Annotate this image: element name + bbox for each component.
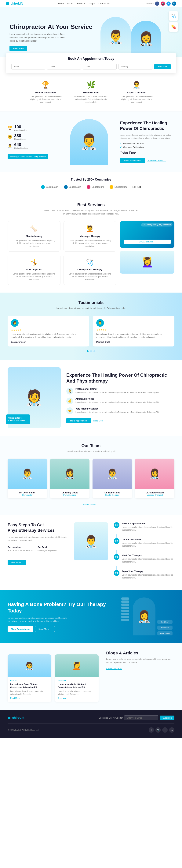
service-sports-title: Sport Injuries [11,268,57,271]
booking-date-input[interactable] [118,64,152,69]
step-1: 01 Make An Appointment Lorem ipsum dolor… [114,522,174,531]
trusted-title: Trusted By 250+ Companies [8,178,174,181]
footer-copyright: © 2024 chiroLift. All Rights Reserved. [8,729,39,731]
logo-circle-icon-2 [64,185,68,189]
trainer-desc: Lorem ipsum dolor sit amet consectetur a… [75,391,159,394]
service-physiotherapy: 🦴 Physiotherapy Lorem ipsum dolor sit am… [8,221,61,252]
blog-cat-2: Therapy [58,680,96,682]
step-text-2: Get A Consultation Lorem ipsum dolor sit… [122,538,174,547]
newsletter-input[interactable] [124,715,158,720]
steps-cta-button[interactable]: Get Started [8,560,26,565]
team-header: Our Team Lorem ipsum dolor sit amet cons… [8,443,174,453]
footer-facebook-icon[interactable]: f [149,727,154,733]
footer-linkedin-icon[interactable]: in [169,727,174,733]
booking-section: Book An Appointment Today Book Now [0,53,182,73]
cta-appointment-button[interactable]: Make Appointment [8,626,33,632]
nav-services[interactable]: Services [77,2,85,5]
linkedin-icon[interactable]: in [172,2,176,6]
blog-section-title: Blogs & Articles [106,651,174,656]
stat-clients: 😊 880 Happy Clients [8,133,62,140]
make-appointment-button[interactable]: Make Appointment [120,158,145,163]
svg-text:+: + [8,717,9,719]
booking-time-input[interactable] [83,64,117,69]
doctor1-figure: 👨‍⚕️ [101,17,131,57]
footer: + chiroLift Subscribe Our Newsletter Sub… [0,710,182,738]
services-grid: 🦴 Physiotherapy Lorem ipsum dolor sit am… [8,221,116,285]
step-title-2: Get A Consultation [122,538,174,541]
nav-about[interactable]: About [67,2,73,5]
cta-content: Having A Bone Problem? Try Our Therapy T… [8,601,112,632]
cta-title: Having A Bone Problem? Try Our Therapy T… [8,601,112,614]
nav-contact[interactable]: Contact Us [99,2,110,5]
testimonial-avatar-1: 👩 [11,319,19,327]
about-doctor-image: 👨‍⚕️ [70,119,108,164]
blog-view-all[interactable]: View All Blogs → [106,667,174,670]
feature-health: 🏆 Health Guarantee Lorem ipsum dolor sit… [27,81,65,104]
footer-twitter-icon[interactable]: t [162,727,168,733]
blog-thumb-2: 💆 [55,654,99,677]
about-image-panel: 👨‍⚕️ [62,119,116,164]
read-more-button[interactable]: Read More About → [147,158,166,163]
badge1: 🩺 [169,11,178,21]
step-desc-2: Lorem ipsum dolor sit amet consectetur a… [122,541,174,547]
testimonials-title: Testimonials [8,300,174,305]
blog-cards-panel: 🧑‍⚕️ Health Lorem Ipsum Dolor Sit Amet, … [8,651,99,702]
service-title: Very Friendly Service [75,407,159,410]
team-photo-1: 👨‍⚕️ [8,459,47,489]
service-massage-desc: Lorem ipsum dolor sit amet consectetur a… [68,239,112,248]
step-title-4: Enjoy Your Therapy [122,570,174,573]
step-title-3: Meet Our Therapist [122,554,174,557]
team-info-3: Dr. Robert Lee Sports Therapist [93,489,132,498]
feature-health-title: Health Guarantee [27,91,65,94]
footer-instagram-icon[interactable]: 📷 [155,727,161,733]
services-cards-grid: 🦴 Physiotherapy Lorem ipsum dolor sit am… [8,221,116,285]
twitter-icon[interactable]: t [167,2,171,6]
about-services-button[interactable]: We Fought To Provide 640 Caring Services [8,154,48,159]
email-label: Our Email [38,546,57,548]
nav-pages[interactable]: Pages [89,2,95,5]
view-all-team-button[interactable]: View All Team → [80,502,102,507]
blog-body-2: Therapy Lorem Ipsum Dolor Sit Amet, Cons… [55,677,99,702]
testimonial-2: 👨 ★★★★★ Lorem ipsum dolor sit amet conse… [93,316,174,346]
healing-feature-service: 🤝 Very Friendly Service Lorem ipsum dolo… [66,407,174,414]
testimonials-description: Lorem ipsum dolor sit amet consectetur a… [44,307,138,310]
healing-feature-prices-text: Affordable Prices Lorem ipsum dolor sit … [75,398,159,404]
blog-read-more-2[interactable]: Read More [58,697,67,699]
hero-cta-button[interactable]: Read More [9,46,27,51]
nav-home[interactable]: Home [58,2,64,5]
newsletter-button[interactable]: Subscribe [160,716,174,720]
team-info-4: Dr. Sarah Wilson Massage Therapist [135,489,174,498]
service-image-panel: 💆‍♀️ [120,251,174,274]
service-massage: 💆 Massage Therapy Lorem ipsum dolor sit … [64,221,116,252]
cta-buttons: Make Appointment Read More → [8,626,112,632]
spine-seg-5 [121,610,129,612]
instagram-icon[interactable]: 📷 [161,2,165,6]
dot-1[interactable] [87,350,88,352]
sports-icon: 🤸 [11,258,57,266]
check-icon-2: ✓ [120,146,122,149]
cta-more-button[interactable]: Read More → [35,626,55,632]
booking-name-input[interactable] [11,64,45,69]
dot-3[interactable] [94,350,95,352]
spine-seg-7 [121,616,129,618]
blog-body-1: Health Lorem Ipsum Dolor Sit Amet, Conse… [8,677,51,702]
dot-2[interactable] [90,350,92,352]
chiropractic-icon: 🩺 [68,258,112,266]
email-block: Our Email contact@example.com [38,546,57,556]
newsletter-label: Subscribe Our Newsletter [99,717,123,719]
feature-clinic-desc: Lorem ipsum dolor sit amet consectetur a… [72,95,110,104]
booking-submit-button[interactable]: Book Now [154,64,171,69]
blog-read-more-1[interactable]: Read More [10,697,20,699]
healing-more-button[interactable]: Read More → [93,418,106,423]
healing-appointment-button[interactable]: Make Appointment [66,418,91,423]
facebook-icon[interactable]: f [155,2,159,6]
logo-5: LOGO [133,185,141,188]
view-all-services-button[interactable]: View All Services → [124,240,171,244]
blog-section: 🧑‍⚕️ Health Lorem Ipsum Dolor Sit Amet, … [0,643,182,710]
services-title: Best Services [8,203,174,207]
step-desc-1: Lorem ipsum dolor sit amet consectetur a… [122,526,174,531]
booking-email-input[interactable] [47,64,81,69]
team-title: Our Team [8,443,174,448]
trainer-title: Professional Trainer [75,388,159,390]
team-photo-4: 👩‍⚕️ [135,459,174,489]
